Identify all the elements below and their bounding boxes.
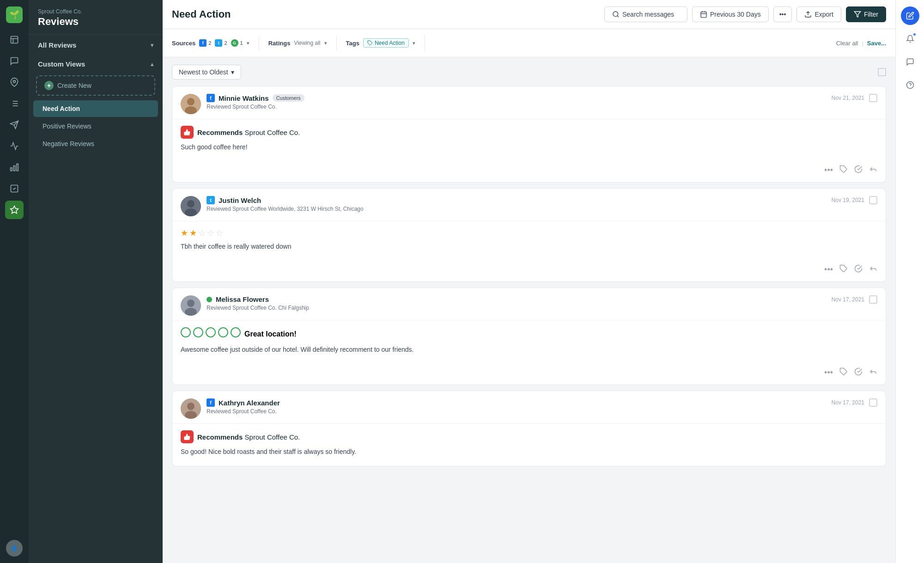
- svg-rect-0: [11, 37, 18, 43]
- review-date-row: Nov 17, 2021: [824, 398, 877, 407]
- review-date-row: Nov 17, 2021: [824, 295, 877, 304]
- icon-rail: 🌱 👤: [0, 0, 29, 563]
- date-range-button[interactable]: Previous 30 Days: [692, 6, 769, 22]
- sort-dropdown[interactable]: Newest to Oldest ▾: [172, 65, 241, 80]
- tag-action-button[interactable]: [839, 367, 848, 378]
- sources-label: Sources: [172, 40, 195, 47]
- sort-bar: Newest to Oldest ▾: [172, 65, 886, 80]
- help-button[interactable]: [901, 76, 919, 94]
- sidebar-custom-views-section: Custom Views ▴ + Create New Need Action …: [29, 54, 163, 153]
- activity-button[interactable]: [901, 53, 919, 71]
- review-card: f Kathryn Alexander Reviewed Sprout Coff…: [172, 391, 886, 466]
- more-actions-button[interactable]: •••: [824, 368, 833, 378]
- reviewer-sub: Reviewed Sprout Coffee Co.: [207, 408, 280, 415]
- g-circle-4: [218, 327, 228, 337]
- sort-label: Newest to Oldest: [179, 68, 228, 76]
- star-1: ★: [181, 228, 188, 238]
- more-actions-button[interactable]: •••: [824, 265, 833, 275]
- resolve-action-button[interactable]: [854, 165, 863, 176]
- reviewer-info: t Justin Welch Reviewed Sprout Coffee Wo…: [181, 196, 364, 216]
- star-3: ☆: [198, 228, 206, 238]
- rail-icon-send[interactable]: [5, 116, 24, 134]
- tag-value: Need Action: [375, 40, 405, 46]
- review-recommend: Recommends Sprout Coffee Co.: [181, 430, 877, 443]
- resolve-action-button[interactable]: [854, 367, 863, 378]
- ratings-filter[interactable]: Ratings Viewing all ▾: [268, 36, 337, 50]
- review-text: So good! Nice bold roasts and their staf…: [181, 447, 877, 457]
- notification-badge: [912, 32, 917, 37]
- reply-action-button[interactable]: [869, 165, 877, 176]
- reviewer-details: Melissa Flowers Reviewed Sprout Coffee C…: [207, 295, 309, 311]
- star-4: ☆: [207, 228, 214, 238]
- more-dots-label: •••: [779, 11, 786, 18]
- reply-action-button[interactable]: [869, 367, 877, 378]
- review-date-row: Nov 21, 2021: [824, 94, 877, 102]
- rail-icon-pin[interactable]: [5, 73, 24, 92]
- svg-marker-14: [11, 206, 18, 214]
- reviewer-name: Justin Welch: [219, 196, 261, 204]
- google-online-dot: [207, 297, 212, 302]
- save-filter-button[interactable]: Save...: [867, 40, 886, 47]
- card-checkbox[interactable]: [869, 94, 877, 102]
- all-reviews-label: All Reviews: [38, 41, 76, 49]
- export-button[interactable]: Export: [796, 6, 841, 22]
- select-all-checkbox[interactable]: [878, 68, 886, 76]
- review-body: ★ ★ ☆ ☆ ☆ Tbh their coffee is really wat…: [172, 221, 886, 261]
- google-circles: [181, 327, 241, 337]
- tag-action-button[interactable]: [839, 264, 848, 275]
- filter-button[interactable]: Filter: [846, 6, 886, 22]
- search-button[interactable]: Search messages: [604, 6, 687, 22]
- reviewer-sub: Reviewed Sprout Coffee Worldwide, 3231 W…: [207, 206, 364, 212]
- rail-icon-analytics[interactable]: [5, 137, 24, 155]
- review-text: Awesome coffee just outside of our hotel…: [181, 345, 877, 355]
- notifications-button[interactable]: [901, 30, 919, 48]
- rail-icon-tasks[interactable]: [5, 179, 24, 198]
- tag-action-button[interactable]: [839, 165, 848, 176]
- reviewer-name-row: f Minnie Watkins Customers: [207, 94, 304, 102]
- reviewer-info: Melissa Flowers Reviewed Sprout Coffee C…: [181, 295, 309, 316]
- platform-icon-fb: f: [207, 94, 215, 102]
- reviews-area: Newest to Oldest ▾ f Minnie Watkins Cust…: [163, 57, 895, 563]
- resolve-action-button[interactable]: [854, 264, 863, 275]
- svg-rect-11: [13, 166, 15, 171]
- sources-chevron: ▾: [247, 40, 249, 46]
- card-checkbox[interactable]: [869, 295, 877, 304]
- more-options-button[interactable]: •••: [773, 6, 792, 22]
- google-rating: Great location!: [181, 327, 877, 341]
- rail-icon-inbox[interactable]: [5, 31, 24, 49]
- rail-icon-messages[interactable]: [5, 52, 24, 70]
- review-card-header: f Kathryn Alexander Reviewed Sprout Coff…: [172, 391, 886, 424]
- review-body: Recommends Sprout Coffee Co. So good! Ni…: [172, 424, 886, 466]
- create-new-button[interactable]: + Create New: [36, 75, 155, 96]
- gg-count: 1: [240, 40, 243, 46]
- more-actions-button[interactable]: •••: [824, 165, 833, 175]
- all-reviews-toggle[interactable]: All Reviews ▾: [29, 35, 163, 54]
- reviewer-name: Minnie Watkins: [219, 94, 269, 102]
- clear-all-button[interactable]: Clear all: [836, 40, 858, 47]
- review-card: t Justin Welch Reviewed Sprout Coffee Wo…: [172, 188, 886, 282]
- rail-icon-list[interactable]: [5, 94, 24, 113]
- sidebar-item-negative-reviews[interactable]: Negative Reviews: [33, 135, 158, 152]
- sidebar-item-positive-reviews[interactable]: Positive Reviews: [33, 118, 158, 135]
- sidebar-item-need-action[interactable]: Need Action: [33, 100, 158, 117]
- review-card: Melissa Flowers Reviewed Sprout Coffee C…: [172, 288, 886, 385]
- user-avatar[interactable]: 👤: [6, 540, 23, 557]
- card-checkbox[interactable]: [869, 398, 877, 407]
- nav-item-label: Negative Reviews: [43, 140, 94, 147]
- custom-views-label: Custom Views: [38, 60, 85, 68]
- rail-icon-reports[interactable]: [5, 158, 24, 177]
- svg-point-29: [187, 200, 195, 208]
- svg-point-33: [187, 300, 195, 307]
- sources-filter[interactable]: Sources f 2 t 2 G 1 ▾: [172, 36, 259, 50]
- custom-views-toggle[interactable]: Custom Views ▴: [29, 54, 163, 73]
- svg-line-16: [617, 16, 619, 17]
- compose-button[interactable]: [901, 6, 919, 25]
- reviewer-info: f Kathryn Alexander Reviewed Sprout Coff…: [181, 398, 280, 419]
- facebook-source-dot: f: [199, 39, 207, 47]
- calendar-icon: [700, 11, 707, 18]
- card-checkbox[interactable]: [869, 196, 877, 204]
- fb-count: 2: [208, 40, 211, 46]
- tags-filter[interactable]: Tags Need Action ▾: [346, 35, 425, 51]
- reply-action-button[interactable]: [869, 264, 877, 275]
- rail-icon-reviews[interactable]: [5, 201, 24, 219]
